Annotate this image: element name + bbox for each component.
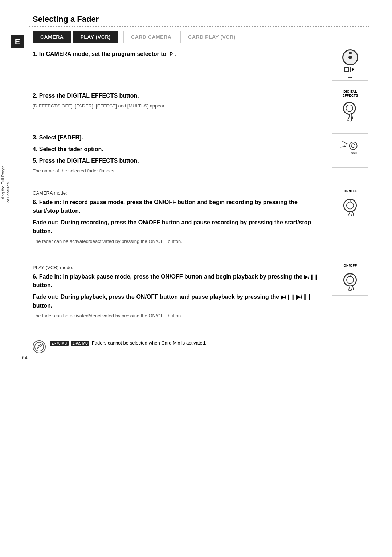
svg-line-5	[342, 141, 347, 144]
svg-point-13	[347, 276, 354, 283]
svg-marker-8	[344, 145, 346, 147]
step3-text: 3. Select [FADER].	[33, 133, 323, 142]
title-divider	[29, 26, 370, 27]
step6-play: 6. Fade in: In playback pause mode, pres…	[33, 272, 323, 290]
step6-note: The fader can be activated/deactivated b…	[33, 239, 323, 244]
play-mode-row: PLAY (VCR) mode: 6. Fade in: In playback…	[33, 261, 370, 324]
page-number: 64	[22, 355, 28, 361]
arrow-icon: →	[347, 74, 354, 81]
camera-mode-label: CAMERA mode:	[33, 190, 323, 196]
step2-image: DIGITALEFFECTS	[330, 92, 370, 126]
mode-tabs: CAMERA PLAY (VCR) CARD CAMERA CARD PLAY …	[33, 31, 370, 43]
program-selector-icon: P →	[332, 50, 368, 81]
step345-row: 3. Select [FADER]. 4. Select the fader o…	[33, 133, 370, 179]
note-content: ZR70 MC ZR65 MC Faders cannot be selecte…	[50, 340, 207, 346]
badge-zr65: ZR65 MC	[71, 341, 89, 346]
note-icon	[33, 340, 46, 353]
step6-play-note: The fader can be activated/deactivated b…	[33, 313, 323, 318]
badge-zr70: ZR70 MC	[50, 341, 69, 346]
onoff-label: ON/OFF	[344, 189, 357, 193]
page-title: Selecting a Fader	[33, 15, 370, 24]
play-pause-symbol2: ▶/❙❙	[281, 294, 297, 300]
step345-image: PUSH	[330, 133, 370, 171]
onoff-play-label: ON/OFF	[344, 264, 357, 267]
play-pause-symbol: ▶/❙❙	[304, 274, 318, 280]
step1-content: 1. In CAMERA mode, set the program selec…	[33, 50, 330, 61]
p-badge: P	[350, 67, 356, 72]
side-label: Using the Full Range of Features	[0, 109, 11, 259]
step2-sub: [D.EFFECTS OFF], [FADER], [EFFECT] and […	[33, 103, 323, 109]
step5-text: 5. Press the DIGITAL EFFECTS button.	[33, 156, 323, 165]
onoff-svg	[338, 194, 363, 219]
step2-text: 2. Press the DIGITAL EFFECTS button.	[33, 92, 323, 100]
svg-point-15	[35, 342, 44, 351]
digital-effects-svg	[338, 99, 363, 124]
step6-camera: 6. Fade in: In record pause mode, press …	[33, 198, 323, 215]
step6-fadeout: Fade out: During recording, press the ON…	[33, 218, 323, 236]
divider2	[33, 332, 370, 332]
onoff-play-icon: ON/OFF	[338, 264, 363, 293]
divider1	[33, 257, 370, 257]
prog-icon: P →	[342, 49, 358, 81]
svg-point-2	[350, 142, 357, 149]
onoff-play-icon-box: ON/OFF	[332, 261, 368, 296]
svg-point-1	[346, 105, 353, 112]
svg-point-10	[347, 202, 354, 209]
play-mode-content: PLAY (VCR) mode: 6. Fade in: In playback…	[33, 261, 330, 324]
step1-p-symbol: P	[168, 51, 174, 57]
svg-point-3	[351, 144, 355, 148]
camera-mode-image: ON/OFF	[330, 187, 370, 225]
bottom-note: ZR70 MC ZR65 MC Faders cannot be selecte…	[33, 336, 370, 353]
tab-play-vcr[interactable]: PLAY (VCR)	[73, 31, 118, 43]
selector-wheel	[342, 49, 358, 65]
step2-row: 2. Press the DIGITAL EFFECTS button. [D.…	[33, 92, 370, 126]
camera-mode-content: CAMERA mode: 6. Fade in: In record pause…	[33, 187, 330, 250]
camera-mode-row: CAMERA mode: 6. Fade in: In record pause…	[33, 187, 370, 250]
svg-point-17	[40, 344, 42, 346]
play-mode-label: PLAY (VCR) mode:	[33, 265, 323, 270]
step2-content: 2. Press the DIGITAL EFFECTS button. [D.…	[33, 92, 330, 114]
note-svg	[34, 342, 44, 352]
digital-effects-label: DIGITALEFFECTS	[342, 90, 358, 98]
push-svg: PUSH	[336, 136, 361, 162]
digital-effects-button: DIGITALEFFECTS	[338, 90, 363, 125]
digital-effects-icon: DIGITALEFFECTS	[332, 92, 368, 122]
onoff-icon-box: ON/OFF	[332, 187, 368, 221]
onoff-play-svg	[338, 268, 363, 293]
onoff-button-icon: ON/OFF	[338, 189, 363, 219]
step1-image: P →	[330, 50, 370, 84]
e-badge: E	[11, 35, 24, 48]
step4-text: 4. Select the fader option.	[33, 145, 323, 154]
tab-divider	[121, 31, 121, 43]
svg-text:PUSH: PUSH	[350, 151, 356, 154]
play-mode-image: ON/OFF	[330, 261, 370, 299]
push-icon-box: PUSH	[332, 133, 368, 168]
step1-text: 1. In CAMERA mode, set the program selec…	[33, 50, 323, 58]
tab-card-play-vcr[interactable]: CARD PLAY (VCR)	[180, 31, 243, 43]
tab-card-camera[interactable]: CARD CAMERA	[123, 31, 179, 43]
step345-content: 3. Select [FADER]. 4. Select the fader o…	[33, 133, 330, 179]
svg-point-0	[343, 102, 355, 114]
step6-play-fadeout: Fade out: During playback, press the ON/…	[33, 293, 323, 310]
push-button-icon: PUSH	[336, 136, 365, 165]
tab-camera[interactable]: CAMERA	[33, 31, 71, 43]
step1-row: 1. In CAMERA mode, set the program selec…	[33, 50, 370, 84]
note-text: Faders cannot be selected when Card Mix …	[92, 340, 207, 346]
step5-sub: The name of the selected fader flashes.	[33, 168, 323, 174]
